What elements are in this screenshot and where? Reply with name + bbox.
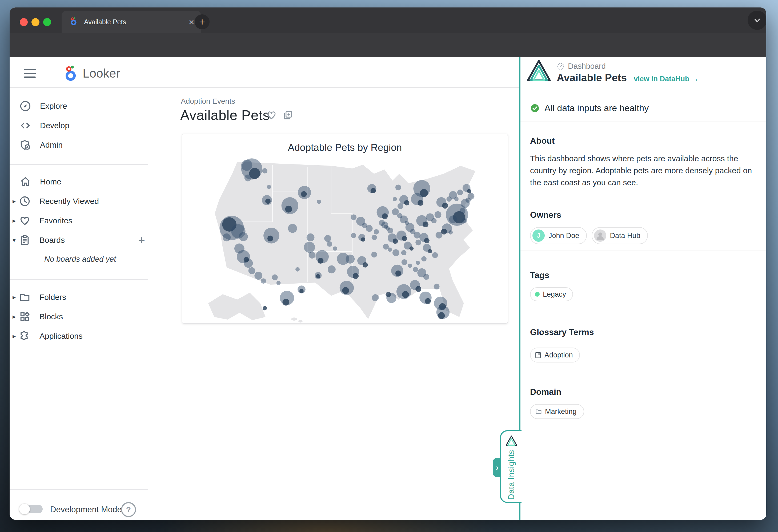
sidebar-item-favorites[interactable]: ▸ Favorites [10,212,159,229]
development-mode-toggle[interactable] [19,504,43,514]
usa-landmass [208,162,476,323]
datahub-logo-small [505,435,517,446]
about-heading: About [530,136,555,146]
section-divider [521,199,766,199]
glossary-term-pill[interactable]: Adoption [530,348,580,362]
sidebar-item-label: Explore [40,102,67,111]
sidebar-item-label: Blocks [40,312,63,321]
breadcrumb[interactable]: Adoption Events [181,97,235,105]
owner-name: John Doe [548,232,579,240]
macos-minimize-button[interactable] [31,18,40,26]
domain-heading: Domain [530,387,561,397]
datahub-panel: Dashboard Available Pets view in DataHub… [521,57,766,520]
browser-toolbar: acryl.cloud.looker.com/dashboards/13 ☆ [10,33,766,57]
looker-logo: Looker [62,65,120,82]
header-divider [10,87,519,88]
sidebar-item-label: Recently Viewed [40,197,99,206]
chevron-right-icon[interactable]: ▸ [10,332,19,340]
looker-brand-text: Looker [83,66,120,81]
health-status-row: All data inputs are healthy [530,103,649,113]
owner-name: Data Hub [610,232,640,240]
blocks-icon [19,311,31,323]
sidebar-item-label: Home [40,177,61,186]
sidebar-item-label: Boards [40,236,65,245]
glossary-row: Adoption [530,348,580,362]
owner-pill[interactable]: Data Hub [592,227,648,244]
sidebar-item-blocks[interactable]: ▸ Blocks [10,308,159,325]
clipboard-icon [19,234,31,246]
owners-heading: Owners [530,210,561,220]
sidebar-item-recently-viewed[interactable]: ▸ Recently Viewed [10,193,159,210]
glossary-term-label: Adoption [544,351,573,359]
datahub-logo [526,59,551,84]
tags-heading: Tags [530,270,549,280]
sidebar-item-label: Favorites [40,216,72,225]
home-icon [19,176,31,188]
compass-icon [19,100,31,112]
sidebar-item-applications[interactable]: ▸ Applications [10,328,159,345]
add-board-icon[interactable]: + [138,234,145,247]
chevron-down-icon[interactable]: ▾ [10,237,19,244]
sidebar-item-develop[interactable]: Develop [10,117,159,134]
chevron-right-icon[interactable]: ▸ [10,313,19,321]
development-mode-label: Development Mode [50,505,122,514]
macos-zoom-button[interactable] [43,18,51,26]
health-status-text: All data inputs are healthy [544,103,649,113]
chevron-right-icon[interactable]: ▸ [10,197,19,205]
help-icon[interactable]: ? [121,502,136,517]
sidebar-item-folders[interactable]: ▸ Folders [10,289,159,306]
data-insights-label: Data Insights [507,450,516,500]
entity-title: Available Pets [557,72,627,84]
tag-pill[interactable]: Legacy [530,287,573,301]
sidebar-item-label: Develop [40,121,69,130]
tab-search-chevron-icon[interactable] [748,11,766,30]
glossary-heading: Glossary Terms [530,327,594,337]
dashboard-gauge-icon [557,62,565,70]
data-insights-tab[interactable]: Data Insights [500,430,522,503]
owner-avatar: J [532,230,545,242]
health-check-icon [530,103,540,113]
sidebar-item-boards[interactable]: ▾ Boards + [10,232,159,249]
domain-row: Marketing [530,404,584,419]
folder-small-icon [535,408,542,415]
sidebar-item-admin[interactable]: Admin [10,137,159,154]
entity-type-row: Dashboard [557,62,606,71]
new-tab-button[interactable]: + [194,14,210,29]
hamburger-menu-icon[interactable] [24,67,36,80]
domain-label: Marketing [545,408,577,416]
tag-label: Legacy [543,290,566,298]
browser-tab[interactable]: Available Pets × [62,11,201,33]
map-chart-title: Adoptable Pets by Region [182,142,508,153]
tag-color-dot [535,292,540,297]
entity-type-label: Dashboard [568,62,606,71]
looker-favicon [69,17,78,27]
sidebar-item-explore[interactable]: Explore [10,98,159,115]
browser-window: Available Pets × + [10,7,766,520]
tags-row: Legacy [530,287,573,301]
sidebar-divider [10,164,148,165]
desktop-wallpaper: Available Pets × + [0,0,778,532]
shield-admin-icon [19,139,31,151]
sidebar-divider [10,490,148,490]
map-card: Adoptable Pets by Region [182,134,508,324]
page-title: Available Pets [180,107,270,123]
sidebar-item-label: Folders [40,293,66,302]
chevron-right-icon[interactable]: ▸ [10,293,19,301]
sidebar-item-home[interactable]: Home [10,173,159,190]
bookmark-doc-icon [534,351,542,359]
tab-close-icon[interactable]: × [189,17,194,27]
about-text: This dashboard shows where pets are avai… [530,153,763,188]
arrow-right-icon[interactable]: → [692,75,699,83]
favorite-heart-icon[interactable] [265,109,277,121]
domain-pill[interactable]: Marketing [530,404,584,419]
chevron-right-icon[interactable]: ▸ [10,217,19,225]
owners-row: J John Doe Data Hub [530,227,653,244]
section-divider [521,251,766,251]
view-in-datahub-link[interactable]: view in DataHub [634,75,690,83]
usa-bubble-map[interactable] [182,134,508,323]
boards-empty-text: No boards added yet [44,255,116,264]
add-to-board-icon[interactable] [282,109,294,121]
macos-close-button[interactable] [20,18,28,26]
entity-title-row: Available Pets view in DataHub → [557,72,699,84]
owner-pill[interactable]: J John Doe [530,227,587,244]
